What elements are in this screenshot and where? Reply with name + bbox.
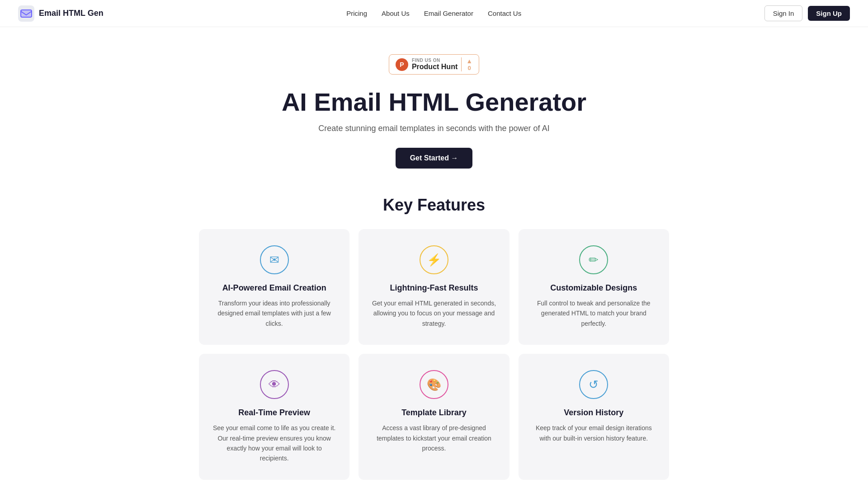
template-library-icon: 🎨 [420,370,448,399]
feature-desc-ai: Transform your ideas into professionally… [212,298,337,328]
feature-card-fast: ⚡ Lightning-Fast Results Get your email … [359,229,509,345]
feature-title-custom: Customizable Designs [531,283,656,293]
feature-desc-preview: See your email come to life as you creat… [212,423,337,464]
product-hunt-badge[interactable]: P FIND US ON Product Hunt ▲ 0 [389,54,479,75]
feature-title-preview: Real-Time Preview [212,408,337,418]
feature-desc-library: Access a vast library of pre-designed te… [371,423,496,453]
preview-icon: 👁 [260,370,289,399]
nav-about[interactable]: About Us [382,9,410,17]
nav-email-generator[interactable]: Email Generator [424,9,473,17]
ph-vote: ▲ 0 [461,57,472,71]
feature-title-ai: AI-Powered Email Creation [212,283,337,293]
hero-section: P FIND US ON Product Hunt ▲ 0 AI Email H… [0,27,868,187]
ph-name: Product Hunt [412,63,458,71]
logo-text: Email HTML Gen [39,9,104,18]
logo-icon [18,5,34,22]
nav-contact[interactable]: Contact Us [488,9,521,17]
feature-card-ai: ✉ AI-Powered Email Creation Transform yo… [199,229,349,345]
svg-rect-1 [21,10,32,17]
feature-desc-history: Keep track of your email design iteratio… [531,423,656,443]
version-history-icon: ↺ [579,370,608,399]
hero-title: AI Email HTML Generator [9,87,859,117]
feature-desc-fast: Get your email HTML generated in seconds… [371,298,496,328]
ph-find-text: FIND US ON [412,58,458,63]
ph-vote-arrow: ▲ [466,57,472,65]
feature-title-library: Template Library [371,408,496,418]
features-title: Key Features [0,187,868,215]
navbar: Email HTML Gen Pricing About Us Email Ge… [0,0,868,27]
customizable-icon: ✏ [579,245,608,274]
lightning-icon: ⚡ [420,245,448,274]
feature-card-library: 🎨 Template Library Access a vast library… [359,354,509,480]
ph-text-block: FIND US ON Product Hunt [412,58,458,71]
features-section: Key Features ✉ AI-Powered Email Creation… [0,187,868,488]
feature-desc-custom: Full control to tweak and personalize th… [531,298,656,328]
hero-subtitle: Create stunning email templates in secon… [9,124,859,133]
feature-card-history: ↺ Version History Keep track of your ema… [519,354,669,480]
feature-card-preview: 👁 Real-Time Preview See your email come … [199,354,349,480]
ph-vote-count: 0 [468,65,471,71]
signup-button[interactable]: Sign Up [808,6,850,21]
feature-title-history: Version History [531,408,656,418]
nav-actions: Sign In Sign Up [764,5,850,21]
signin-button[interactable]: Sign In [764,5,803,21]
get-started-button[interactable]: Get Started → [396,148,473,169]
ph-logo-icon: P [396,58,408,71]
logo-link[interactable]: Email HTML Gen [18,5,104,22]
feature-title-fast: Lightning-Fast Results [371,283,496,293]
nav-links: Pricing About Us Email Generator Contact… [346,9,521,17]
ai-email-icon: ✉ [260,245,289,274]
feature-card-custom: ✏ Customizable Designs Full control to t… [519,229,669,345]
features-grid: ✉ AI-Powered Email Creation Transform yo… [185,229,683,488]
nav-pricing[interactable]: Pricing [346,9,367,17]
